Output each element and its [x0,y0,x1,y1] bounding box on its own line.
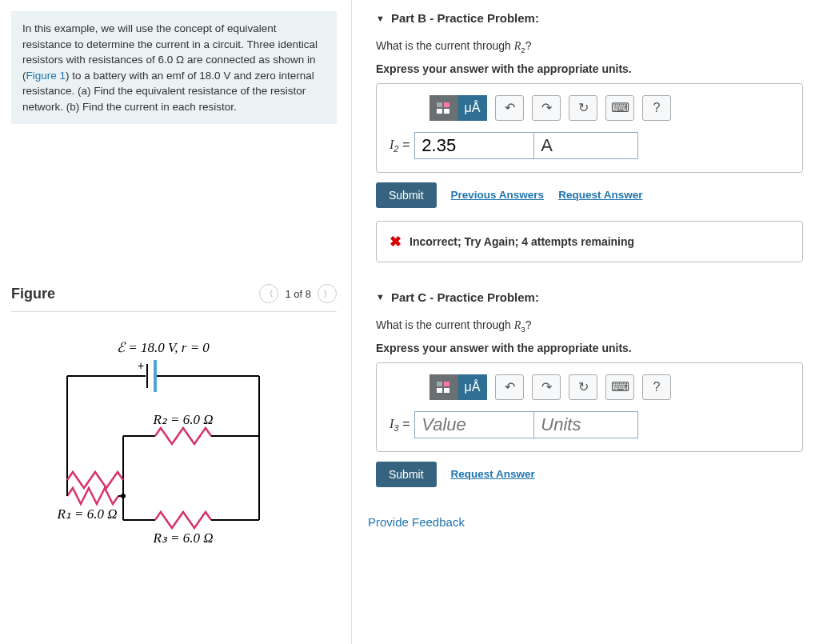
feedback-text: Incorrect; Try Again; 4 attempts remaini… [410,235,634,248]
svg-rect-23 [444,109,449,114]
figure-prev-button[interactable]: 〈 [259,284,278,303]
help-button[interactable]: ? [642,374,671,400]
undo-button[interactable]: ↶ [495,95,524,121]
svg-point-18 [121,494,126,498]
units-button[interactable]: μÅ [458,374,487,400]
r2-label: R₂ = 6.0 Ω [152,412,213,427]
part-c-answer-box: μÅ ↶ ↷ ↻ ⌨ ? I3 = [376,362,803,452]
toolbar-b: μÅ ↶ ↷ ↻ ⌨ ? [390,95,789,121]
part-c-instruction: Express your answer with the appropriate… [376,342,803,354]
request-answer-link-b[interactable]: Request Answer [558,189,642,201]
figure-title: Figure [11,286,55,302]
part-b-submit-button[interactable]: Submit [376,182,437,208]
part-b-question: What is the current through R2? [376,39,803,54]
svg-rect-27 [444,388,449,393]
previous-answers-link[interactable]: Previous Answers [451,189,545,201]
r1-label: R₁ = 6.0 Ω [56,506,117,522]
part-b: ▼ Part B - Practice Problem: What is the… [376,11,803,262]
request-answer-link-c[interactable]: Request Answer [451,468,535,480]
part-c-question: What is the current through R3? [376,318,803,334]
figure-nav: 〈 1 of 8 〉 [259,284,337,303]
problem-text-post: ) to a battery with an emf of 18.0 V and… [22,70,314,113]
redo-button[interactable]: ↷ [532,374,561,400]
part-b-feedback: ✖ Incorrect; Try Again; 4 attempts remai… [376,221,803,262]
svg-rect-22 [437,109,442,114]
figure-counter: 1 of 8 [285,288,311,300]
reset-button[interactable]: ↻ [569,374,597,400]
svg-rect-21 [444,102,449,107]
svg-rect-20 [437,102,442,107]
figure-link[interactable]: Figure 1 [26,70,66,82]
keyboard-button[interactable]: ⌨ [605,374,634,400]
part-b-var-label: I2 = [390,138,410,154]
provide-feedback-link[interactable]: Provide Feedback [368,515,803,529]
caret-down-icon: ▼ [376,292,385,302]
keyboard-button[interactable]: ⌨ [605,95,634,121]
part-c: ▼ Part C - Practice Problem: What is the… [376,290,803,487]
emf-label: ℰ = 18.0 V, r = 0 [117,340,210,355]
part-b-instruction: Express your answer with the appropriate… [376,62,803,75]
caret-down-icon: ▼ [376,14,385,23]
part-c-unit-input[interactable] [534,411,638,438]
svg-rect-26 [437,388,442,393]
part-b-answer-box: μÅ ↶ ↷ ↻ ⌨ ? I2 = [376,83,803,173]
part-c-title: Part C - Practice Problem: [391,290,539,304]
incorrect-icon: ✖ [390,233,402,250]
part-b-header[interactable]: ▼ Part B - Practice Problem: [376,11,803,25]
part-c-value-input[interactable] [414,411,534,438]
reset-button[interactable]: ↻ [569,95,597,121]
part-b-value-input[interactable] [414,132,534,159]
svg-rect-24 [437,382,442,386]
part-b-title: Part B - Practice Problem: [391,11,539,25]
svg-rect-25 [444,382,449,386]
templates-button[interactable] [429,95,458,121]
templates-button[interactable] [429,374,458,400]
part-c-header[interactable]: ▼ Part C - Practice Problem: [376,290,803,304]
part-b-unit-input[interactable] [534,132,638,159]
figure-next-button[interactable]: 〉 [318,284,337,303]
part-c-var-label: I3 = [390,417,410,433]
r3-label: R₃ = 6.0 Ω [152,530,213,546]
undo-button[interactable]: ↶ [495,374,524,400]
problem-description: In this example, we will use the concept… [11,11,337,124]
redo-button[interactable]: ↷ [532,95,561,121]
units-button[interactable]: μÅ [458,95,487,121]
circuit-diagram: ℰ = 18.0 V, r = 0 + R₂ = 6.0 Ω [11,336,337,562]
svg-text:+: + [138,359,144,372]
toolbar-c: μÅ ↶ ↷ ↻ ⌨ ? [390,374,789,400]
help-button[interactable]: ? [642,95,671,121]
part-c-submit-button[interactable]: Submit [376,462,437,487]
